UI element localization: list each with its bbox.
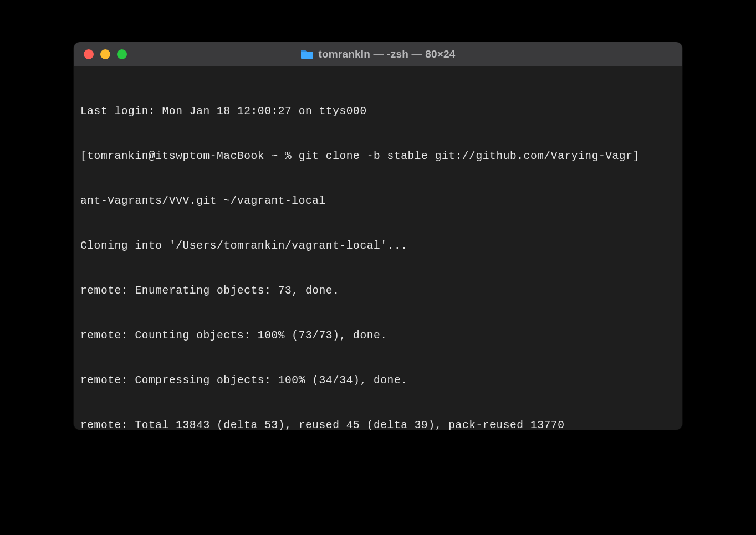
window-title: tomrankin — -zsh — 80×24 xyxy=(318,48,455,60)
close-button[interactable] xyxy=(84,49,94,59)
folder-icon xyxy=(300,49,314,60)
terminal-line: [tomrankin@itswptom-MacBook ~ % git clon… xyxy=(80,149,676,164)
terminal-line: remote: Counting objects: 100% (73/73), … xyxy=(80,328,676,343)
minimize-button[interactable] xyxy=(100,49,110,59)
terminal-line: remote: Compressing objects: 100% (34/34… xyxy=(80,373,676,388)
maximize-button[interactable] xyxy=(117,49,127,59)
terminal-line: ant-Vagrants/VVV.git ~/vagrant-local xyxy=(80,194,676,209)
terminal-line: Last login: Mon Jan 18 12:00:27 on ttys0… xyxy=(80,104,676,119)
window-title-wrap: tomrankin — -zsh — 80×24 xyxy=(74,48,682,60)
terminal-window: tomrankin — -zsh — 80×24 Last login: Mon… xyxy=(74,42,682,430)
terminal-body[interactable]: Last login: Mon Jan 18 12:00:27 on ttys0… xyxy=(74,66,682,430)
traffic-lights xyxy=(84,49,127,59)
window-titlebar[interactable]: tomrankin — -zsh — 80×24 xyxy=(74,42,682,66)
terminal-line: remote: Enumerating objects: 73, done. xyxy=(80,284,676,299)
terminal-line: remote: Total 13843 (delta 53), reused 4… xyxy=(80,418,676,430)
terminal-line: Cloning into '/Users/tomrankin/vagrant-l… xyxy=(80,239,676,254)
